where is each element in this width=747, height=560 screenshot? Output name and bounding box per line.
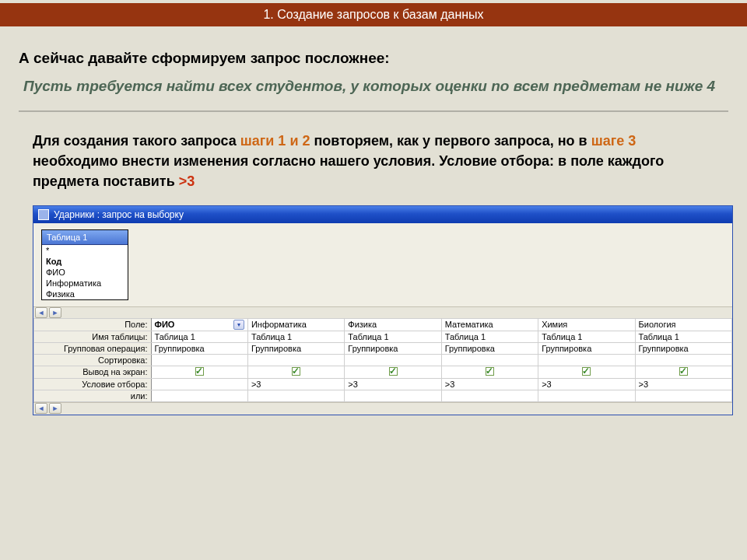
grid-row-label: Вывод на экран: — [34, 366, 152, 378]
show-checkbox[interactable] — [389, 367, 398, 376]
design-grid[interactable]: Поле:ФИО▾ИнформатикаФизикаМатематикаХими… — [33, 318, 732, 402]
grid-cell[interactable]: Математика — [441, 318, 538, 331]
show-checkbox[interactable] — [679, 367, 688, 376]
field-item[interactable]: Информатика — [42, 278, 128, 289]
instruction-text: Для создания такого запроса шаги 1 и 2 п… — [19, 131, 728, 205]
grid-cell[interactable]: Группировка — [247, 342, 344, 354]
instr-gt3: >3 — [179, 173, 195, 189]
field-list[interactable]: *КодФИОИнформатикаФизика — [42, 245, 128, 299]
scroll-right-icon[interactable]: ► — [49, 403, 61, 414]
grid-cell[interactable]: >3 — [538, 378, 635, 390]
grid-cell[interactable]: >3 — [247, 378, 344, 390]
grid-cell[interactable] — [151, 354, 247, 366]
show-checkbox[interactable] — [292, 367, 300, 376]
upper-hscroll[interactable]: ◄ ► — [33, 306, 732, 318]
instr-part: повторяем, как у первого запроса, но в — [310, 133, 591, 149]
instr-step3: шаге 3 — [591, 133, 637, 149]
grid-cell[interactable] — [151, 366, 247, 378]
grid-cell[interactable]: Группировка — [151, 342, 247, 354]
grid-cell[interactable] — [635, 366, 731, 378]
grid-row-label: или: — [34, 390, 152, 401]
instr-steps12: шаги 1 и 2 — [240, 133, 310, 149]
show-checkbox[interactable] — [486, 367, 494, 376]
grid-cell[interactable]: Группировка — [538, 342, 635, 354]
grid-cell[interactable]: >3 — [635, 378, 731, 390]
intro-text: А сейчас давайте сформируем запрос посло… — [19, 50, 728, 67]
grid-row-label: Поле: — [34, 318, 152, 331]
design-grid-wrap: Поле:ФИО▾ИнформатикаФизикаМатематикаХими… — [33, 318, 732, 415]
grid-cell[interactable] — [441, 354, 538, 366]
instr-part: необходимо внести изменения согласно наш… — [33, 153, 664, 189]
grid-cell[interactable]: Физика — [345, 318, 441, 331]
grid-cell[interactable]: ФИО▾ — [151, 318, 247, 331]
grid-cell[interactable] — [247, 354, 344, 366]
field-item[interactable]: * — [42, 245, 128, 256]
grid-hscroll[interactable]: ◄ ► — [33, 402, 732, 415]
instr-part: Для создания такого запроса — [33, 133, 240, 149]
grid-cell[interactable]: Таблица 1 — [538, 331, 635, 342]
tables-pane: Таблица 1 *КодФИОИнформатикаФизика ◄ ► — [33, 223, 732, 318]
grid-cell[interactable] — [345, 390, 441, 401]
grid-row-label: Имя таблицы: — [34, 331, 152, 342]
grid-cell[interactable]: Информатика — [247, 318, 344, 331]
grid-cell[interactable]: Таблица 1 — [441, 331, 538, 342]
field-item[interactable]: Код — [42, 256, 128, 267]
grid-cell[interactable] — [635, 354, 731, 366]
field-item[interactable]: Физика — [42, 289, 128, 299]
grid-cell[interactable] — [538, 390, 635, 401]
divider — [19, 110, 728, 112]
dropdown-arrow-icon[interactable]: ▾ — [233, 320, 244, 330]
grid-row-label: Условие отбора: — [34, 378, 152, 390]
grid-cell[interactable] — [441, 390, 538, 401]
window-titlebar[interactable]: Ударники : запрос на выборку — [33, 206, 732, 223]
show-checkbox[interactable] — [195, 367, 204, 376]
grid-cell[interactable] — [151, 390, 247, 401]
grid-cell[interactable] — [345, 354, 441, 366]
grid-cell[interactable] — [441, 366, 538, 378]
access-query-window: Ударники : запрос на выборку Таблица 1 *… — [33, 205, 733, 415]
field-item[interactable]: ФИО — [42, 267, 128, 278]
window-title: Ударники : запрос на выборку — [54, 209, 184, 220]
grid-cell[interactable] — [247, 390, 344, 401]
grid-row-label: Групповая операция: — [34, 342, 152, 354]
grid-cell[interactable] — [538, 354, 635, 366]
grid-cell[interactable]: Таблица 1 — [345, 331, 441, 342]
slide-header: 1. Создание запросов к базам данных — [0, 3, 747, 26]
source-table-name: Таблица 1 — [47, 233, 87, 242]
grid-cell[interactable]: Группировка — [345, 342, 441, 354]
grid-row-label: Сортировка: — [34, 354, 152, 366]
grid-cell[interactable]: >3 — [345, 378, 441, 390]
grid-cell[interactable] — [635, 390, 731, 401]
scroll-right-icon[interactable]: ► — [49, 307, 61, 318]
scroll-left-icon[interactable]: ◄ — [35, 307, 47, 318]
grid-cell[interactable]: Таблица 1 — [247, 331, 344, 342]
grid-cell[interactable] — [151, 378, 247, 390]
source-table-title[interactable]: Таблица 1 — [42, 230, 128, 245]
scroll-left-icon[interactable]: ◄ — [35, 403, 47, 414]
slide-header-text: 1. Создание запросов к базам данных — [263, 8, 483, 22]
grid-cell[interactable]: Группировка — [441, 342, 538, 354]
source-table-box[interactable]: Таблица 1 *КодФИОИнформатикаФизика — [41, 229, 128, 300]
grid-cell[interactable] — [247, 366, 344, 378]
grid-cell[interactable]: Химия — [538, 318, 635, 331]
task-text: Пусть требуется найти всех студентов, у … — [19, 76, 728, 96]
grid-cell[interactable]: >3 — [441, 378, 538, 390]
grid-cell[interactable]: Таблица 1 — [151, 331, 247, 342]
grid-cell[interactable] — [538, 366, 635, 378]
grid-cell[interactable] — [345, 366, 441, 378]
show-checkbox[interactable] — [582, 367, 591, 376]
grid-cell[interactable]: Таблица 1 — [635, 331, 731, 342]
grid-cell[interactable]: Группировка — [635, 342, 731, 354]
grid-cell[interactable]: Биология — [635, 318, 731, 331]
window-icon — [38, 209, 49, 220]
